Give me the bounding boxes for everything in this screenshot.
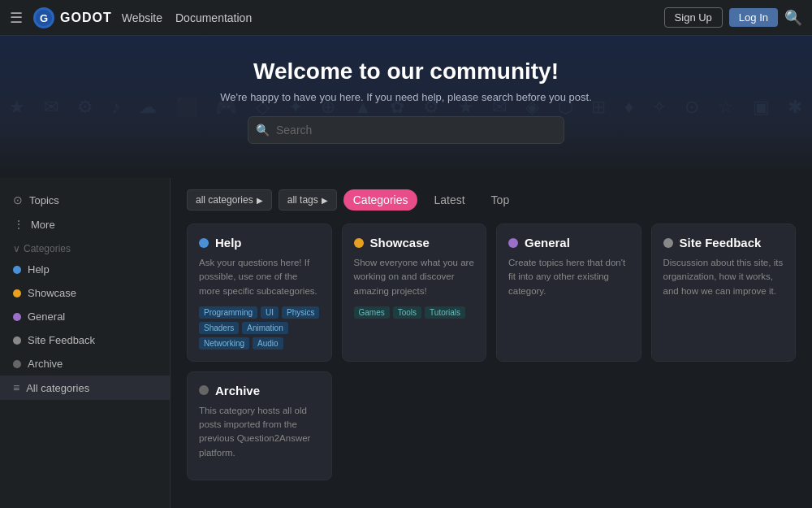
site-feedback-card-header: Site Feedback — [663, 236, 784, 250]
chevron-down-icon: ∨ — [13, 243, 20, 254]
sidebar-item-general[interactable]: General — [0, 305, 170, 328]
category-card-help[interactable]: Help Ask your questions here! If possibl… — [187, 224, 332, 362]
showcase-card-title: Showcase — [370, 236, 430, 250]
svg-text:G: G — [40, 12, 48, 24]
nav-links: Website Documentation — [122, 11, 654, 24]
sidebar-help-label: Help — [28, 263, 50, 276]
category-grid: Help Ask your questions here! If possibl… — [187, 224, 796, 480]
nav-link-website[interactable]: Website — [122, 11, 162, 24]
archive-card-header: Archive — [199, 384, 320, 397]
hero-search-container: 🔍 — [248, 116, 564, 144]
tag-animation[interactable]: Animation — [242, 322, 287, 334]
site-feedback-card-title: Site Feedback — [680, 236, 762, 250]
help-card-title: Help — [215, 236, 242, 250]
sidebar-item-showcase[interactable]: Showcase — [0, 281, 170, 305]
search-icon[interactable]: 🔍 — [784, 9, 802, 27]
help-card-header: Help — [199, 236, 320, 250]
hero-search-icon: 🔍 — [256, 124, 270, 137]
sidebar-all-categories-label: All categories — [26, 382, 89, 394]
all-categories-arrow-icon: ▶ — [257, 196, 263, 205]
logo: G GODOT — [32, 7, 112, 29]
tag-physics[interactable]: Physics — [282, 306, 319, 319]
archive-dot-icon — [13, 360, 21, 368]
sidebar-archive-label: Archive — [28, 358, 63, 370]
sidebar-item-more[interactable]: ⋮ More — [0, 212, 170, 237]
tag-games[interactable]: Games — [354, 306, 390, 319]
tab-latest[interactable]: Latest — [424, 189, 474, 211]
tag-programming[interactable]: Programming — [199, 306, 257, 319]
sidebar-general-label: General — [28, 310, 65, 323]
topics-icon: ⊙ — [13, 193, 23, 206]
hero-title: Welcome to our community! — [16, 59, 796, 85]
sidebar-section-label: Categories — [24, 243, 71, 254]
site-feedback-card-desc: Discussion about this site, its organiza… — [663, 256, 784, 298]
site-feedback-dot-icon — [13, 336, 21, 345]
sidebar-item-all-categories[interactable]: ≡ All categories — [0, 376, 170, 400]
sidebar: ⊙ Topics ⋮ More ∨ Categories Help Showca… — [0, 178, 171, 508]
category-card-site-feedback[interactable]: Site Feedback Discussion about this site… — [651, 224, 797, 362]
brand-name: GODOT — [60, 11, 112, 25]
tag-tools[interactable]: Tools — [393, 306, 421, 319]
sidebar-topics-label: Topics — [29, 194, 59, 206]
category-card-general[interactable]: General Create topics here that don't fi… — [496, 224, 641, 362]
sidebar-item-archive[interactable]: Archive — [0, 352, 170, 376]
archive-card-title: Archive — [215, 384, 260, 397]
showcase-card-tags: Games Tools Tutorials — [354, 306, 475, 319]
hamburger-icon[interactable]: ☰ — [10, 9, 23, 27]
main-layout: ⊙ Topics ⋮ More ∨ Categories Help Showca… — [0, 178, 812, 508]
showcase-card-dot-icon — [354, 238, 364, 248]
category-card-showcase[interactable]: Showcase Show everyone what you are work… — [342, 224, 487, 362]
all-categories-filter[interactable]: all categories ▶ — [187, 189, 272, 211]
all-tags-filter[interactable]: all tags ▶ — [279, 189, 337, 211]
sidebar-item-site-feedback[interactable]: Site Feedback — [0, 328, 170, 352]
site-feedback-card-dot-icon — [663, 238, 673, 248]
sidebar-more-label: More — [31, 219, 55, 231]
filter-bar: all categories ▶ all tags ▶ Categories L… — [187, 189, 796, 211]
godot-logo-icon: G — [32, 7, 55, 29]
tag-ui[interactable]: UI — [261, 306, 279, 319]
sidebar-item-topics[interactable]: ⊙ Topics — [0, 188, 170, 212]
showcase-dot-icon — [13, 289, 21, 297]
login-button[interactable]: Log In — [729, 8, 778, 27]
archive-card-dot-icon — [199, 385, 209, 395]
help-card-dot-icon — [199, 238, 209, 248]
all-tags-filter-label: all tags — [287, 194, 318, 206]
hero-section: ★✉⚙♪☁⬛ 🎮◇✦⊕▲✿ ⚙★✉◈⬡⊞ ♦✧⊙☆▣✱ Welcome to o… — [0, 36, 812, 178]
all-tags-arrow-icon: ▶ — [322, 196, 328, 205]
sidebar-item-help[interactable]: Help — [0, 258, 170, 281]
hero-subtitle: We're happy to have you here. If you nee… — [16, 91, 796, 103]
sidebar-site-feedback-label: Site Feedback — [28, 334, 95, 346]
tag-audio[interactable]: Audio — [253, 337, 283, 350]
tag-networking[interactable]: Networking — [199, 337, 249, 350]
category-card-archive[interactable]: Archive This category hosts all old post… — [187, 371, 332, 480]
help-dot-icon — [13, 266, 21, 274]
tag-shaders[interactable]: Shaders — [199, 322, 239, 334]
all-categories-icon: ≡ — [13, 381, 19, 394]
nav-actions: Sign Up Log In 🔍 — [664, 7, 802, 28]
hero-background-icons: ★✉⚙♪☁⬛ 🎮◇✦⊕▲✿ ⚙★✉◈⬡⊞ ♦✧⊙☆▣✱ — [0, 36, 812, 178]
tab-top[interactable]: Top — [482, 189, 520, 211]
general-card-desc: Create topics here that don't fit into a… — [508, 256, 629, 298]
general-card-title: General — [525, 236, 570, 250]
general-card-dot-icon — [508, 238, 518, 248]
general-dot-icon — [13, 313, 21, 321]
sidebar-showcase-label: Showcase — [28, 287, 76, 299]
sidebar-categories-section: ∨ Categories — [0, 237, 170, 258]
showcase-card-header: Showcase — [354, 236, 475, 250]
archive-card-desc: This category hosts all old posts import… — [199, 404, 320, 460]
help-card-desc: Ask your questions here! If possible, us… — [199, 256, 320, 298]
hero-search-input[interactable] — [248, 116, 564, 144]
signup-button[interactable]: Sign Up — [664, 7, 723, 28]
tab-categories[interactable]: Categories — [343, 189, 418, 211]
all-categories-filter-label: all categories — [196, 194, 253, 206]
navbar: ☰ G GODOT Website Documentation Sign Up … — [0, 0, 812, 36]
help-card-tags: Programming UI Physics Shaders Animation… — [199, 306, 320, 350]
main-content: all categories ▶ all tags ▶ Categories L… — [171, 178, 812, 508]
tag-tutorials[interactable]: Tutorials — [425, 306, 465, 319]
more-icon: ⋮ — [13, 218, 24, 231]
general-card-header: General — [508, 236, 629, 250]
showcase-card-desc: Show everyone what you are working on an… — [354, 256, 475, 298]
nav-link-documentation[interactable]: Documentation — [175, 11, 252, 24]
